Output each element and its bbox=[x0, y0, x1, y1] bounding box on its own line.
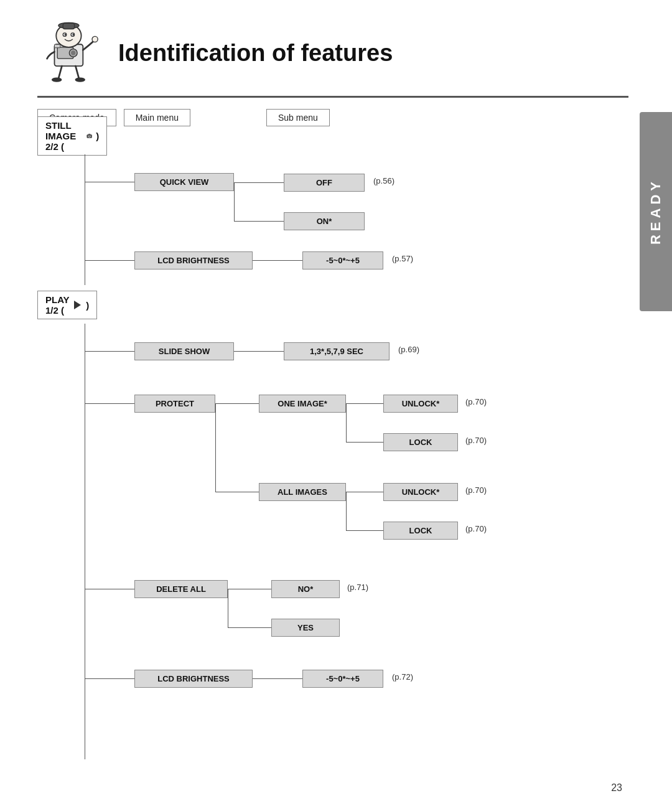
hline-on bbox=[234, 221, 284, 222]
lcd-val-play-box: -5~0*~+5 bbox=[302, 670, 383, 688]
hline-qv bbox=[85, 182, 134, 182]
svg-point-3 bbox=[71, 50, 75, 55]
hline-ss-val bbox=[234, 351, 284, 352]
svg-point-14 bbox=[65, 34, 67, 35]
one-unlock-box: UNLOCK* bbox=[383, 395, 458, 413]
hline-yes bbox=[228, 627, 271, 628]
hline-all-lock bbox=[346, 530, 383, 531]
hline-lcd-play bbox=[85, 678, 134, 679]
hline-lcd-still bbox=[85, 260, 134, 261]
svg-point-7 bbox=[52, 77, 62, 82]
one-lock-box: LOCK bbox=[383, 433, 458, 451]
hline-one-img bbox=[215, 403, 259, 404]
slide-show-box: SLIDE SHOW bbox=[134, 342, 234, 360]
svg-rect-4 bbox=[55, 44, 60, 48]
yes-box: YES bbox=[271, 619, 340, 637]
svg-rect-19 bbox=[88, 134, 90, 135]
vline-play bbox=[85, 324, 85, 759]
hline-all-img bbox=[215, 492, 259, 492]
off-box: OFF bbox=[284, 174, 365, 192]
vline-one-img bbox=[346, 403, 347, 442]
hline-lcd-val-play bbox=[253, 678, 302, 679]
hline-off bbox=[234, 182, 284, 183]
quick-view-box: QUICK VIEW bbox=[134, 173, 234, 191]
on-box: ON* bbox=[284, 212, 365, 230]
svg-point-16 bbox=[92, 36, 98, 42]
ref-p69: (p.69) bbox=[398, 345, 419, 354]
svg-rect-11 bbox=[63, 23, 74, 29]
col-main-menu: Main menu bbox=[124, 109, 190, 126]
hline-lcd-val-still bbox=[253, 260, 302, 261]
vline-qv bbox=[234, 182, 235, 221]
all-unlock-box: UNLOCK* bbox=[383, 483, 458, 501]
ref-p57: (p.57) bbox=[392, 254, 413, 263]
all-lock-box: LOCK bbox=[383, 522, 458, 540]
protect-box: PROTECT bbox=[134, 395, 215, 413]
vline-del bbox=[228, 589, 228, 627]
vline-still bbox=[85, 154, 85, 285]
lcd-val-still-box: -5~0*~+5 bbox=[302, 251, 383, 269]
col-sub-menu: Sub menu bbox=[266, 109, 330, 126]
ref-one-lock: (p.70) bbox=[465, 436, 487, 445]
sidebar-label: READY bbox=[648, 178, 664, 245]
all-images-box: ALL IMAGES bbox=[259, 483, 346, 501]
page-title: Identification of features bbox=[118, 40, 393, 67]
hline-no bbox=[228, 589, 271, 589]
still-image-label: STILL IMAGE 2/2 ( ) bbox=[37, 116, 107, 156]
lcd-brightness-still-box: LCD BRIGHTNESS bbox=[134, 251, 253, 269]
hline-prot bbox=[85, 403, 134, 404]
page-number: 23 bbox=[611, 782, 622, 794]
hline-all-unlock bbox=[346, 492, 383, 492]
one-image-box: ONE IMAGE* bbox=[259, 395, 346, 413]
hline-ss bbox=[85, 351, 134, 352]
ref-all-unlock: (p.70) bbox=[465, 485, 487, 495]
hline-one-lock bbox=[346, 442, 383, 443]
hline-one-unlock bbox=[346, 403, 383, 404]
vline-prot bbox=[215, 403, 216, 492]
camera-icon bbox=[86, 131, 92, 141]
vline-all-img bbox=[346, 492, 347, 530]
ref-p56: (p.56) bbox=[373, 176, 394, 185]
ref-p71: (p.71) bbox=[347, 583, 368, 592]
header: Identification of features bbox=[37, 19, 628, 98]
svg-point-15 bbox=[72, 34, 74, 35]
svg-line-6 bbox=[75, 66, 78, 78]
ref-all-lock: (p.70) bbox=[465, 524, 487, 533]
svg-line-5 bbox=[58, 66, 62, 78]
svg-point-8 bbox=[75, 77, 86, 82]
delete-all-box: DELETE ALL bbox=[134, 580, 228, 598]
no-box: NO* bbox=[271, 580, 340, 598]
play-icon bbox=[74, 301, 81, 309]
ref-p72: (p.72) bbox=[392, 672, 413, 682]
play-label: PLAY 1/2 ( ) bbox=[37, 291, 97, 319]
lcd-brightness-play-box: LCD BRIGHTNESS bbox=[134, 670, 253, 688]
mascot-icon bbox=[37, 19, 106, 87]
hline-del bbox=[85, 589, 134, 589]
sidebar: READY bbox=[640, 112, 672, 311]
ref-one-unlock: (p.70) bbox=[465, 397, 487, 406]
slide-show-val-box: 1,3*,5,7,9 SEC bbox=[284, 342, 390, 360]
